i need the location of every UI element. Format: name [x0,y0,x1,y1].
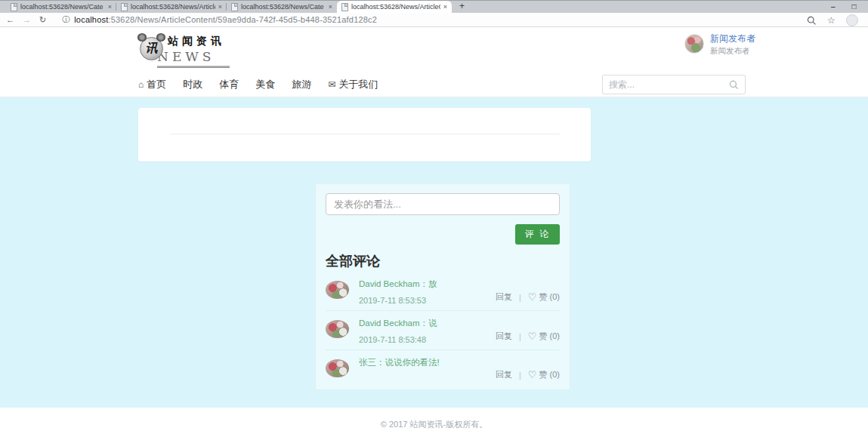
user-avatar [684,34,704,54]
logo-underline [157,66,230,68]
tab-close-icon[interactable]: × [443,3,447,11]
user-name-link[interactable]: 新闻发布者 [710,34,755,44]
user-profile[interactable]: 新闻发布者 新闻发布者 [684,34,755,57]
comment-author: 张三 [359,358,376,367]
window-minimize-button[interactable]: – [831,2,836,11]
main-content: 评 论 全部评论 David Beckham：放 2019-7-11 8:53:… [0,97,868,408]
nav-item-home[interactable]: ⌂ 首页 [138,78,166,91]
like-heart-icon[interactable]: ♡ [528,369,537,380]
page-favicon-icon [11,3,17,11]
comment-author: David Beckham [359,279,420,288]
like-link[interactable]: 赞 (0) [539,369,561,380]
back-icon[interactable]: ← [6,15,14,24]
site-search [602,75,746,94]
comment-text: 说 [428,319,437,328]
copyright-text: © 2017 站闻资讯-版权所有。 [381,419,487,434]
commenter-avatar [326,320,349,338]
nav-item-about[interactable]: ✉ 关于我们 [328,78,378,91]
tab-title: localhost:53628/News/Cate [241,3,326,11]
mail-icon: ✉ [328,79,335,90]
reply-link[interactable]: 回复 [496,369,512,380]
site-info-icon[interactable]: ⓘ [62,14,70,25]
action-divider: | [519,293,521,302]
reply-link[interactable]: 回复 [496,331,512,342]
comment-row: David Beckham：放 2019-7-11 8:53:53 回复 | ♡… [326,272,560,310]
comment-input[interactable] [326,193,560,215]
forward-icon[interactable]: → [23,15,31,24]
comment-row: 张三：说说你的看法! 回复 | ♡ 赞 (0) [326,349,560,388]
article-divider [170,134,560,134]
nav-label: 首页 [147,78,166,91]
page-favicon-icon [231,3,238,11]
article-card [138,108,591,162]
tab-close-icon[interactable]: × [108,3,112,11]
logo-glyph: 讯 [146,41,158,57]
nav-label: 体育 [219,78,239,91]
comment-row: David Beckham：说 2019-7-11 8:53:48 回复 | ♡… [326,310,560,349]
tab-title: localhost:53628/News/ArticleC [131,3,215,11]
reload-icon[interactable]: ↻ [39,15,46,25]
comment-author-text: David Beckham：放 [359,279,496,290]
action-divider: | [519,371,521,380]
nav-item-politics[interactable]: 时政 [183,78,202,91]
comments-section-title: 全部评论 [326,252,560,270]
comment-timestamp [359,374,496,383]
commenter-avatar [326,281,349,299]
home-icon: ⌂ [138,79,144,90]
page-favicon-icon [341,3,348,11]
comment-panel: 评 论 全部评论 David Beckham：放 2019-7-11 8:53:… [315,183,570,390]
bookmark-star-icon[interactable]: ☆ [827,15,836,26]
url-host: localhost [74,15,108,24]
tab-close-icon[interactable]: × [329,3,332,11]
nav-item-sports[interactable]: 体育 [219,78,239,91]
comment-separator: ： [420,319,429,328]
url-path: :53628/News/ArticleContent/59ae9dda-742f… [108,15,377,24]
like-heart-icon[interactable]: ♡ [528,291,537,303]
logo-subtitle: NEWS [157,49,230,64]
nav-label: 旅游 [292,78,311,91]
browser-tab-strip: localhost:53628/News/Cate × localhost:53… [0,0,868,13]
like-heart-icon[interactable]: ♡ [528,331,537,342]
page-favicon-icon [121,3,128,11]
tab-close-icon[interactable]: × [218,3,222,11]
nav-item-food[interactable]: 美食 [255,78,275,91]
browser-tab-4-active[interactable]: localhost:53628/News/ArticleC × [337,1,452,13]
submit-comment-button[interactable]: 评 论 [515,224,560,245]
tab-title: localhost:53628/News/Cate [20,3,105,11]
logo-panda-icon: 讯 [140,37,163,60]
comment-timestamp: 2019-7-11 8:53:48 [359,335,496,344]
comment-author-text: David Beckham：说 [359,318,496,329]
tab-title: localhost:53628/News/ArticleC [351,3,440,11]
address-bar[interactable]: localhost:53628/News/ArticleContent/59ae… [74,15,377,24]
commenter-avatar [326,359,349,377]
reply-link[interactable]: 回复 [496,291,512,303]
comment-separator: ： [376,358,385,367]
search-icon[interactable] [729,80,739,90]
browser-toolbar: ← → ↻ ⓘ localhost:53628/News/ArticleCont… [0,13,868,27]
main-nav: ⌂ 首页 时政 体育 美食 旅游 ✉ 关于我们 [0,72,868,97]
logo-title: 站闻资讯 [168,35,230,48]
user-role: 新闻发布者 [710,46,755,57]
search-input[interactable] [609,79,729,90]
like-link[interactable]: 赞 (0) [539,291,561,303]
nav-label: 关于我们 [338,78,378,91]
action-divider: | [519,332,521,341]
comment-author: David Beckham [359,319,420,328]
site-footer: © 2017 站闻资讯-版权所有。 [0,408,868,434]
comment-timestamp: 2019-7-11 8:53:53 [359,296,496,305]
new-tab-button[interactable]: + [459,1,465,11]
nav-label: 美食 [255,78,275,91]
window-maximize-button[interactable]: □ [852,2,857,11]
nav-label: 时政 [183,78,202,91]
nav-item-travel[interactable]: 旅游 [292,78,311,91]
browser-profile-avatar[interactable] [846,14,858,26]
comment-separator: ： [420,279,429,288]
zoom-icon[interactable] [807,16,817,26]
site-logo[interactable]: 讯 站闻资讯 NEWS [140,32,230,68]
like-link[interactable]: 赞 (0) [539,331,561,342]
browser-tab-1[interactable]: localhost:53628/News/Cate × [6,1,116,13]
browser-tab-3[interactable]: localhost:53628/News/Cate × [227,1,337,13]
browser-tab-2[interactable]: localhost:53628/News/ArticleC × [116,1,227,13]
comment-author-text: 张三：说说你的看法! [359,357,496,368]
comment-text: 说说你的看法! [385,358,440,367]
